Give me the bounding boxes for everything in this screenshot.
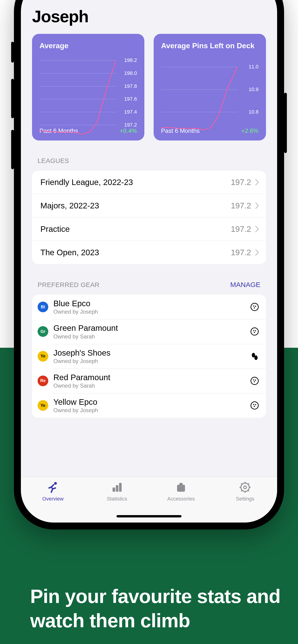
y-tick: 197.4 xyxy=(124,109,137,115)
league-row[interactable]: Friendly League, 2022-23 197.2 xyxy=(32,170,266,194)
svg-point-3 xyxy=(254,308,255,308)
section-label-gear: PREFERRED GEAR xyxy=(38,281,100,288)
svg-point-7 xyxy=(254,332,255,333)
y-tick: 197.6 xyxy=(124,96,137,102)
svg-point-14 xyxy=(251,402,258,409)
home-indicator[interactable] xyxy=(117,515,181,518)
bowling-ball-icon xyxy=(250,376,259,386)
tab-settings[interactable]: Settings xyxy=(213,480,277,522)
league-name: Majors, 2022-23 xyxy=(40,201,231,210)
shoes-icon xyxy=(250,352,259,361)
svg-point-11 xyxy=(253,379,254,380)
device-side-button xyxy=(11,42,14,62)
y-tick: 197.8 xyxy=(124,83,137,89)
gear-owner: Owned by Joseph xyxy=(53,358,245,364)
chevron-right-icon xyxy=(255,226,259,232)
svg-rect-23 xyxy=(179,483,183,486)
device-frame: Joseph Average 198.2 198.0 197.8 197.6 xyxy=(14,0,284,530)
stat-card-title: Average Pins Left on Deck xyxy=(161,41,258,60)
leagues-list: Friendly League, 2022-23 197.2 Majors, 2… xyxy=(32,170,266,264)
svg-point-15 xyxy=(253,404,254,405)
svg-rect-22 xyxy=(177,485,185,492)
gear-name: Red Paramount xyxy=(53,373,245,382)
y-tick: 198.0 xyxy=(124,70,137,76)
svg-point-17 xyxy=(254,406,255,407)
gear-owner: Owned by Joseph xyxy=(53,308,245,315)
screen: Joseph Average 198.2 198.0 197.8 197.6 xyxy=(21,0,277,522)
section-label-leagues: LEAGUES xyxy=(38,157,69,164)
svg-line-31 xyxy=(248,490,249,491)
svg-point-1 xyxy=(253,306,254,307)
gear-list: Bl Blue Epco Owned by Joseph Gr Green Pa… xyxy=(32,295,266,418)
svg-point-18 xyxy=(54,482,57,485)
stat-card-chart: 11.0 10.9 10.8 xyxy=(161,60,258,125)
svg-point-0 xyxy=(251,303,258,311)
stat-card-pins-left[interactable]: Average Pins Left on Deck 11.0 10.9 10.8 xyxy=(154,34,266,140)
gear-name: Blue Epco xyxy=(53,299,245,308)
gear-row[interactable]: Ye Joseph's Shoes Owned by Joseph xyxy=(32,344,266,368)
sparkline xyxy=(40,60,116,137)
gear-owner: Owned by Sarah xyxy=(53,333,245,340)
marketing-tagline: Pin your favourite stats and watch them … xyxy=(30,584,298,633)
svg-line-30 xyxy=(241,483,242,485)
league-name: Friendly League, 2022-23 xyxy=(40,178,231,187)
gear-name: Yellow Epco xyxy=(53,397,245,406)
league-row[interactable]: The Open, 2023 197.2 xyxy=(32,241,266,264)
svg-line-33 xyxy=(241,490,242,491)
device-power-button xyxy=(284,93,287,153)
svg-rect-20 xyxy=(116,485,118,492)
stat-card-average[interactable]: Average 198.2 198.0 197.8 197.6 197.4 xyxy=(32,34,144,140)
gear-row[interactable]: Gr Green Paramount Owned by Sarah xyxy=(32,319,266,344)
y-tick: 198.2 xyxy=(124,57,137,63)
svg-point-16 xyxy=(255,404,256,406)
gear-name: Joseph's Shoes xyxy=(53,348,245,358)
tab-overview[interactable]: Overview xyxy=(21,480,85,522)
gear-name: Green Paramount xyxy=(53,324,245,333)
bar-chart-icon xyxy=(110,480,124,494)
runner-icon xyxy=(46,480,60,494)
y-tick: 11.0 xyxy=(248,64,258,70)
gear-row[interactable]: Ye Yellow Epco Owned by Joseph xyxy=(32,393,266,418)
stat-card-delta: +0.4% xyxy=(120,127,137,134)
league-score: 197.2 xyxy=(231,224,251,234)
sparkline xyxy=(161,60,238,137)
y-tick: 10.8 xyxy=(248,109,258,115)
stat-card-delta: +2.6% xyxy=(241,127,258,134)
league-name: Practice xyxy=(40,224,231,234)
svg-point-4 xyxy=(251,328,258,335)
bowling-ball-icon xyxy=(250,327,259,336)
gear-owner: Owned by Sarah xyxy=(53,382,245,389)
bag-icon xyxy=(174,480,188,494)
gear-icon xyxy=(238,480,252,494)
device-volume-up xyxy=(11,79,14,118)
league-score: 197.2 xyxy=(231,248,251,257)
stat-card-title: Average xyxy=(40,41,137,60)
gear-row[interactable]: Re Red Paramount Owned by Sarah xyxy=(32,368,266,393)
manage-gear-button[interactable]: MANAGE xyxy=(230,281,260,288)
svg-rect-19 xyxy=(113,488,115,492)
league-row[interactable]: Majors, 2022-23 197.2 xyxy=(32,194,266,217)
league-score: 197.2 xyxy=(231,178,251,187)
stat-card-chart: 198.2 198.0 197.8 197.6 197.4 197.2 xyxy=(40,60,137,125)
bowling-ball-icon xyxy=(250,302,259,312)
chevron-right-icon xyxy=(255,249,259,256)
svg-point-13 xyxy=(254,381,255,382)
page-title: Joseph xyxy=(32,7,266,26)
chevron-right-icon xyxy=(255,202,259,209)
gear-row[interactable]: Bl Blue Epco Owned by Joseph xyxy=(32,295,266,319)
chevron-right-icon xyxy=(255,179,259,186)
gear-owner: Owned by Joseph xyxy=(53,407,245,414)
svg-line-32 xyxy=(248,483,249,485)
bowling-ball-icon xyxy=(250,400,259,410)
svg-point-5 xyxy=(253,330,254,331)
svg-rect-21 xyxy=(119,483,122,492)
tab-label: Accessories xyxy=(167,496,195,502)
gear-avatar: Gr xyxy=(38,326,48,337)
league-row[interactable]: Practice 197.2 xyxy=(32,217,266,241)
svg-point-10 xyxy=(251,377,258,384)
svg-point-12 xyxy=(255,380,256,381)
tab-label: Statistics xyxy=(107,496,127,502)
tab-label: Overview xyxy=(42,496,64,502)
gear-avatar: Re xyxy=(38,376,48,386)
gear-avatar: Ye xyxy=(38,400,48,411)
